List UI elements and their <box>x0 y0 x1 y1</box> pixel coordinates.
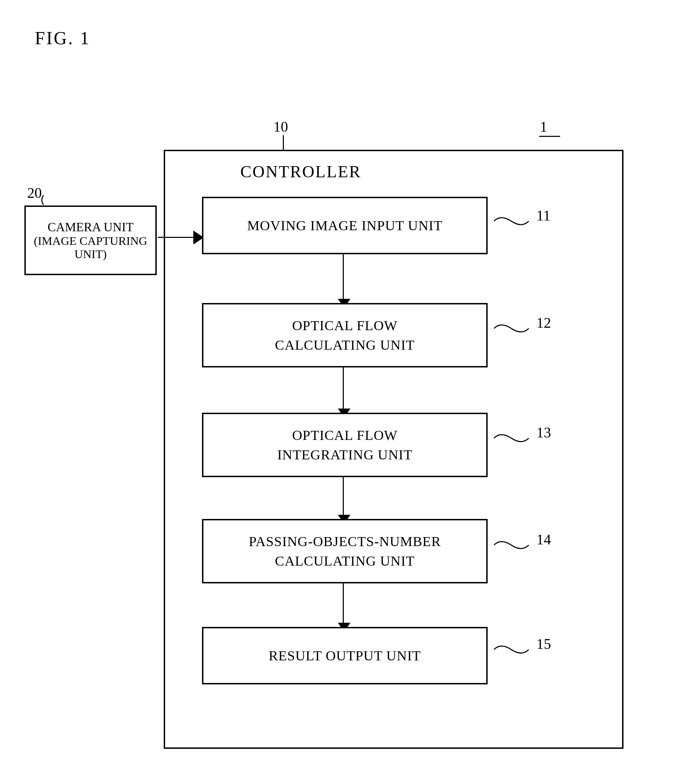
ref-14-label: 14 <box>536 531 551 548</box>
ref-11-connector <box>494 212 536 230</box>
ref-15-label: 15 <box>536 636 551 652</box>
arrow-3-shaft <box>343 477 344 519</box>
ref-12-connector <box>494 320 536 337</box>
ref-12-label: 12 <box>536 314 551 331</box>
arrow-1-shaft <box>343 254 344 303</box>
ref-15-connector <box>494 641 536 658</box>
result-output-block: RESULT OUTPUT UNIT <box>202 627 488 684</box>
ref-20-connector <box>33 195 54 206</box>
optical-flow-int-label: OPTICAL FLOW INTEGRATING UNIT <box>277 425 413 465</box>
moving-image-label: MOVING IMAGE INPUT UNIT <box>247 216 442 236</box>
diagram-page: FIG. 1 1 10 20 CONTROLLER CAMERA UNIT (I… <box>0 0 682 784</box>
ref-1-label: 1 <box>540 118 547 135</box>
optical-flow-calc-block: OPTICAL FLOW CALCULATING UNIT <box>202 303 488 367</box>
ref-11-label: 11 <box>536 207 550 224</box>
passing-objects-block: PASSING-OBJECTS-NUMBER CALCULATING UNIT <box>202 519 488 583</box>
ref-10-label: 10 <box>273 118 288 135</box>
moving-image-input-block: MOVING IMAGE INPUT UNIT <box>202 197 488 254</box>
camera-label-line2: (IMAGE CAPTURING UNIT) <box>26 234 155 261</box>
ref-1-underline <box>539 136 560 137</box>
camera-label-line1: CAMERA UNIT <box>47 220 134 234</box>
passing-objects-label: PASSING-OBJECTS-NUMBER CALCULATING UNIT <box>249 532 441 571</box>
optical-flow-int-block: OPTICAL FLOW INTEGRATING UNIT <box>202 413 488 477</box>
optical-flow-calc-label: OPTICAL FLOW CALCULATING UNIT <box>275 316 415 355</box>
controller-label: CONTROLLER <box>241 162 361 181</box>
result-output-label: RESULT OUTPUT UNIT <box>269 646 421 666</box>
ref-14-connector <box>494 536 536 554</box>
arrow-4-shaft <box>343 583 344 627</box>
ref-13-connector <box>494 429 536 447</box>
figure-label: FIG. 1 <box>35 28 91 48</box>
camera-unit-box: CAMERA UNIT (IMAGE CAPTURING UNIT) <box>24 206 157 275</box>
arrow-2-shaft <box>343 367 344 413</box>
ref-13-label: 13 <box>536 424 551 441</box>
